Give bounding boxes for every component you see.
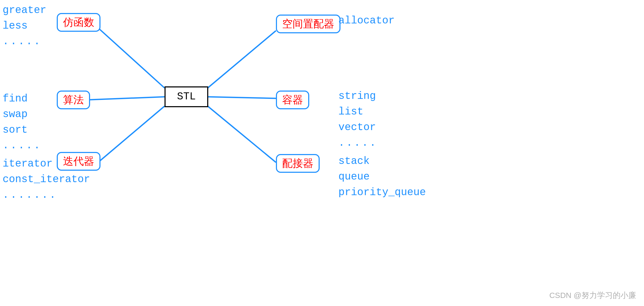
text-allocator-examples: allocator — [338, 13, 395, 29]
line-allocator — [208, 31, 276, 88]
node-allocator-label: 空间置配器 — [282, 18, 334, 30]
line-algorithm — [85, 97, 165, 100]
text-iterator-examples: iteratorconst_iterator....... — [3, 156, 90, 203]
center-label: STL — [177, 91, 196, 103]
node-algorithm: 算法 — [57, 91, 90, 109]
text-adapter-examples: stackqueuepriority_queue — [338, 154, 426, 200]
node-adapter-label: 配接器 — [282, 157, 313, 169]
diagram-canvas: STL 仿函数 算法 迭代器 空间置配器 容器 配接器 greaterless.… — [0, 0, 644, 306]
center-node-stl: STL — [165, 86, 208, 107]
watermark: CSDN @努力学习的小廉 — [549, 290, 636, 301]
line-adapter — [208, 106, 276, 162]
node-adapter: 配接器 — [276, 154, 320, 173]
node-functor: 仿函数 — [57, 13, 100, 32]
node-functor-label: 仿函数 — [63, 16, 94, 28]
node-algorithm-label: 算法 — [63, 94, 84, 106]
node-container: 容器 — [276, 91, 309, 109]
line-functor — [99, 29, 165, 88]
line-iterator — [100, 106, 165, 161]
line-container — [208, 97, 276, 98]
node-container-label: 容器 — [282, 94, 303, 106]
text-functor-examples: greaterless..... — [3, 3, 46, 49]
text-container-examples: stringlistvector..... — [338, 88, 377, 151]
text-algorithm-examples: findswapsort..... — [3, 91, 42, 154]
node-allocator: 空间置配器 — [276, 15, 340, 33]
